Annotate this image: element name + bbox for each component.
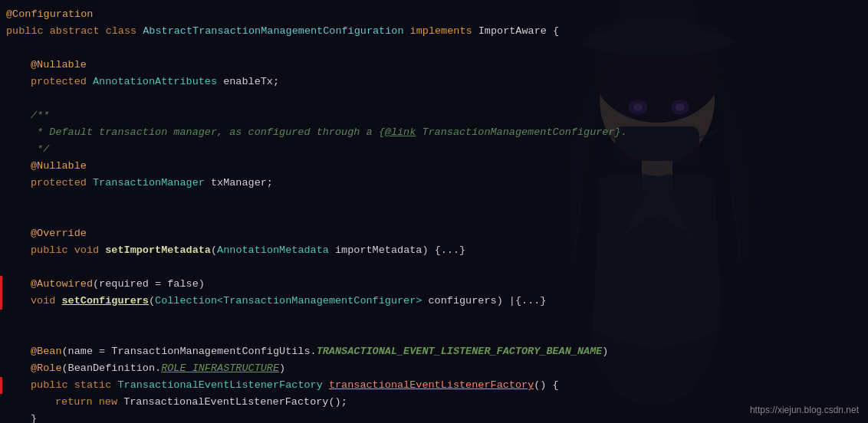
code-line: @Configuration: [0, 6, 868, 23]
code-line: [0, 259, 868, 276]
code-line: return new TransactionalEventListenerFac…: [0, 394, 868, 411]
code-line: public abstract class AbstractTransactio…: [0, 23, 868, 40]
code-line: void setConfigurers(Collection<Transacti…: [0, 293, 868, 310]
code-line: /**: [0, 107, 868, 124]
code-line: @Bean(name = TransactionManagementConfig…: [0, 343, 868, 360]
code-line: @Role(BeanDefinition.ROLE_INFRASTRUCTURE…: [0, 360, 868, 377]
code-line: public void setImportMetadata(Annotation…: [0, 242, 868, 259]
code-line: public static TransactionalEventListener…: [0, 377, 868, 394]
watermark: https://xiejun.blog.csdn.net: [750, 405, 859, 415]
code-line: [0, 192, 868, 208]
code-line: protected AnnotationAttributes enableTx;: [0, 74, 868, 90]
code-line: [0, 310, 868, 326]
code-line: }: [0, 411, 868, 423]
code-line: @Autowired(required = false): [0, 276, 868, 293]
code-line: * Default transaction manager, as config…: [0, 124, 868, 141]
code-line: protected TransactionManager txManager;: [0, 175, 868, 192]
code-line: @Nullable: [0, 57, 868, 74]
code-line: [0, 326, 868, 343]
code-editor: @Configurationpublic abstract class Abst…: [0, 0, 868, 423]
code-line: [0, 40, 868, 57]
code-line: [0, 90, 868, 107]
code-line: @Nullable: [0, 158, 868, 175]
code-line: @Override: [0, 225, 868, 242]
code-line: [0, 208, 868, 225]
code-line: */: [0, 141, 868, 158]
